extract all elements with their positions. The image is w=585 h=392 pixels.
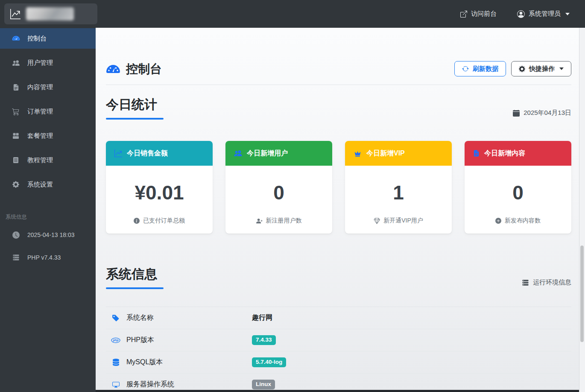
table-row: MySQL版本 5.7.40-log xyxy=(106,351,571,374)
visit-frontend-link[interactable]: 访问前台 xyxy=(460,10,497,18)
header-divider xyxy=(106,85,571,85)
plus-circle-icon xyxy=(495,218,501,224)
today-stats-header: 今日统计 2025年04月13日 xyxy=(106,96,571,120)
user-plus-icon xyxy=(256,218,263,224)
sidebar-item-label: 内容管理 xyxy=(27,83,53,91)
card-footer-text: 新发布内容数 xyxy=(505,217,541,225)
stat-card-sales: 今日销售金额 ¥0.01 已支付订单总额 xyxy=(106,141,213,234)
site-logo-blurred xyxy=(26,7,74,20)
sidebar-item-dashboard[interactable]: 控制台 xyxy=(0,28,96,49)
card-footer: 新注册用户数 xyxy=(225,217,332,225)
row-label: 系统名称 xyxy=(126,313,154,322)
card-footer-text: 新注册用户数 xyxy=(266,217,302,225)
tachometer-icon xyxy=(106,64,120,75)
card-footer-text: 已支付订单总额 xyxy=(143,217,185,225)
external-link-icon xyxy=(460,11,467,18)
php-icon: php xyxy=(111,337,120,343)
stat-card-new-users: 今日新增用户 0 新注册用户数 xyxy=(225,141,332,234)
sidebar-item-orders[interactable]: 订单管理 xyxy=(0,101,96,122)
visit-frontend-label: 访问前台 xyxy=(471,10,497,18)
today-date-text: 2025年04月13日 xyxy=(524,109,571,117)
stat-cards: 今日销售金额 ¥0.01 已支付订单总额 今日新增用户 0 xyxy=(106,141,571,234)
gear-icon xyxy=(12,181,20,188)
calendar-icon xyxy=(513,110,520,117)
table-row: php PHP版本 7.4.33 xyxy=(106,329,571,351)
row-label: PHP版本 xyxy=(126,336,154,345)
sidebar-item-packages[interactable]: 套餐管理 xyxy=(0,126,96,146)
page-title-text: 控制台 xyxy=(126,61,162,77)
card-title: 今日新增用户 xyxy=(247,149,288,158)
admin-label: 系统管理员 xyxy=(529,10,561,18)
file-icon xyxy=(12,84,20,91)
chart-line-icon xyxy=(114,149,122,157)
sidebar-item-label: 订单管理 xyxy=(27,108,53,116)
users-icon xyxy=(12,59,20,67)
sidebar-info-time-label: 2025-04-13 18:03 xyxy=(27,231,75,238)
svg-text:php: php xyxy=(113,339,119,342)
sidebar: 控制台 用户管理 内容管理 订单管理 套餐管理 教程管理 系统设置 xyxy=(0,28,96,392)
clock-icon xyxy=(12,231,20,239)
sidebar-item-tutorials[interactable]: 教程管理 xyxy=(0,150,96,170)
refresh-button-label: 刷新数据 xyxy=(473,65,498,73)
card-value: 0 xyxy=(225,180,332,205)
card-footer: 已支付订单总额 xyxy=(106,217,213,225)
today-date: 2025年04月13日 xyxy=(513,109,571,120)
quick-actions-button[interactable]: 快捷操作 xyxy=(511,61,571,76)
system-info-table: 系统名称 趣行网 php PHP版本 7.4.33 MySQL版本 5.7.40… xyxy=(106,307,571,392)
tachometer-icon xyxy=(12,35,20,41)
stat-card-new-content: 今日新增内容 0 新发布内容数 xyxy=(465,141,571,234)
card-footer: 新开通VIP用户 xyxy=(345,217,452,225)
boxes-icon xyxy=(12,132,20,139)
quick-actions-label: 快捷操作 xyxy=(529,65,555,73)
table-row: 服务器操作系统 Linux xyxy=(106,374,571,392)
sidebar-info-php: PHP v7.4.33 xyxy=(0,249,96,266)
runtime-env-label: 运行环境信息 xyxy=(522,278,571,289)
book-icon xyxy=(12,157,20,164)
table-row: 系统名称 趣行网 xyxy=(106,307,571,329)
card-value: 0 xyxy=(465,180,571,205)
row-label: MySQL版本 xyxy=(126,358,163,367)
system-info-title: 系统信息 xyxy=(106,266,164,283)
runtime-env-text: 运行环境信息 xyxy=(533,278,571,287)
info-circle-icon xyxy=(134,218,140,224)
scrollbar-thumb[interactable] xyxy=(580,246,584,342)
chevron-down-icon xyxy=(565,13,570,15)
card-value: 1 xyxy=(345,180,452,205)
sidebar-item-settings[interactable]: 系统设置 xyxy=(0,174,96,195)
card-title: 今日新增VIP xyxy=(366,149,405,158)
sidebar-item-label: 教程管理 xyxy=(27,156,53,164)
admin-menu[interactable]: 系统管理员 xyxy=(517,10,570,18)
database-icon xyxy=(111,359,120,366)
chevron-down-icon xyxy=(559,67,564,70)
title-underline xyxy=(106,118,164,120)
sidebar-item-users[interactable]: 用户管理 xyxy=(0,53,96,73)
card-value: ¥0.01 xyxy=(106,180,213,205)
page-title: 控制台 xyxy=(106,61,162,77)
server-icon xyxy=(522,279,529,286)
server-icon xyxy=(12,254,20,261)
chart-line-icon xyxy=(10,9,20,19)
scrollbar-track[interactable] xyxy=(579,28,585,392)
gem-icon xyxy=(374,218,380,224)
main-content: 控制台 刷新数据 快捷操作 今日统计 xyxy=(96,28,579,392)
card-footer-text: 新开通VIP用户 xyxy=(383,217,423,225)
page-header: 控制台 刷新数据 快捷操作 xyxy=(106,28,571,77)
row-label: 服务器操作系统 xyxy=(126,380,174,389)
card-title: 今日新增内容 xyxy=(484,149,525,158)
gear-icon xyxy=(519,66,525,72)
sidebar-info-php-label: PHP v7.4.33 xyxy=(27,254,61,261)
desktop-icon xyxy=(111,381,120,388)
row-value: 趣行网 xyxy=(252,313,272,322)
refresh-data-button[interactable]: 刷新数据 xyxy=(454,61,506,76)
sidebar-item-content[interactable]: 内容管理 xyxy=(0,77,96,97)
today-stats-title: 今日统计 xyxy=(106,96,164,114)
file-icon xyxy=(473,149,480,157)
logo-box[interactable] xyxy=(4,3,97,24)
card-footer: 新发布内容数 xyxy=(465,217,571,225)
sidebar-item-label: 用户管理 xyxy=(27,59,53,67)
sidebar-section-title: 系统信息 xyxy=(6,214,96,221)
top-navbar: 访问前台 系统管理员 xyxy=(0,0,585,28)
users-icon xyxy=(234,149,242,157)
sidebar-item-label: 系统设置 xyxy=(27,181,53,189)
bottom-edge-strip xyxy=(96,390,579,392)
